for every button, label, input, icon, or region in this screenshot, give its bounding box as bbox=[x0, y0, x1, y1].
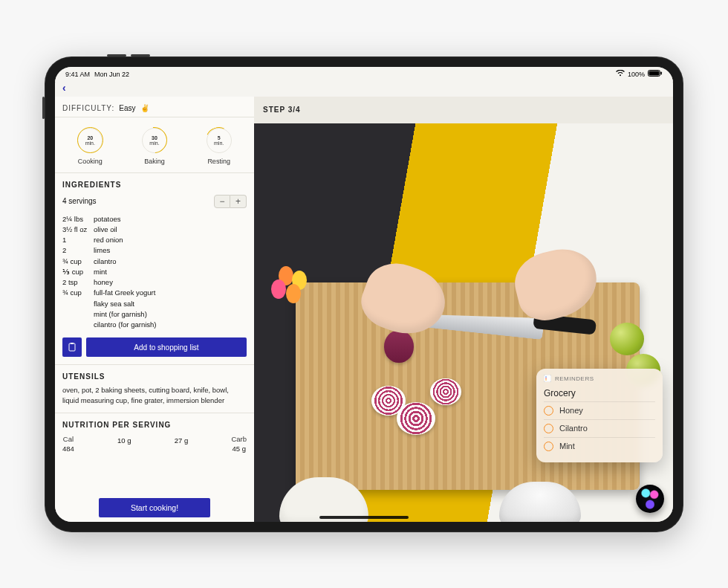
siri-orb[interactable] bbox=[636, 485, 664, 513]
svg-rect-2 bbox=[661, 72, 663, 75]
shopping-list-icon[interactable] bbox=[62, 337, 82, 357]
nav-bar: ‹ bbox=[55, 82, 673, 97]
svg-rect-4 bbox=[544, 375, 551, 382]
reminder-item[interactable]: Honey bbox=[544, 401, 655, 419]
lime bbox=[610, 323, 644, 355]
nutrition-header: Cal bbox=[62, 435, 74, 443]
ingredients-heading: INGREDIENTS bbox=[62, 181, 247, 189]
ingredient-qty bbox=[62, 320, 94, 330]
ingredient-name: mint bbox=[94, 267, 107, 277]
reminder-checkbox[interactable] bbox=[544, 442, 553, 451]
timers-row: 20min. Cooking 30min. Baking 5min. bbox=[55, 117, 254, 173]
step-photo: REMINDERS Grocery Honey Cilantro Mint bbox=[254, 123, 673, 522]
nutrition-section: NUTRITION PER SERVING Cal484 10 g 27 g C… bbox=[55, 413, 254, 478]
ingredient-row: flaky sea salt bbox=[62, 299, 247, 309]
onion-slice bbox=[397, 402, 435, 435]
utensils-text: oven, pot, 2 baking sheets, cutting boar… bbox=[62, 385, 247, 405]
ingredient-qty bbox=[62, 299, 94, 309]
step-panel: STEP 3/4 bbox=[254, 97, 673, 522]
ingredient-row: 3½ fl ozolive oil bbox=[62, 224, 247, 235]
start-cooking-button[interactable]: Start cooking! bbox=[99, 498, 210, 517]
ingredients-list: 2¼ lbspotatoes3½ fl ozolive oil1red onio… bbox=[62, 214, 247, 331]
difficulty-row: DIFFICULTY: Easy ✌️ bbox=[55, 97, 254, 117]
ingredient-name: potatoes bbox=[94, 214, 120, 224]
svg-point-7 bbox=[545, 379, 547, 381]
battery-icon bbox=[648, 70, 663, 78]
timer-label: Cooking bbox=[78, 158, 103, 165]
wifi-icon bbox=[616, 70, 625, 78]
nutrition-table: Cal484 10 g 27 g Carb45 g bbox=[62, 435, 247, 453]
recipe-panel: DIFFICULTY: Easy ✌️ 20min. Cooking 30min… bbox=[55, 97, 254, 522]
step-header: STEP 3/4 bbox=[254, 97, 673, 123]
nutrition-value: 484 bbox=[62, 445, 74, 453]
servings-decrease[interactable]: − bbox=[214, 195, 230, 208]
ingredient-qty: ¾ cup bbox=[62, 256, 94, 267]
peace-emoji-icon: ✌️ bbox=[140, 104, 149, 112]
ingredient-row: ⅓ cupmint bbox=[62, 267, 247, 277]
reminders-app-icon bbox=[544, 375, 551, 384]
reminder-text: Honey bbox=[559, 406, 583, 415]
status-date: Mon Jun 22 bbox=[94, 71, 129, 78]
timer-cooking: 20min. Cooking bbox=[77, 128, 103, 165]
ingredient-qty: 2¼ lbs bbox=[62, 214, 94, 224]
reminder-checkbox[interactable] bbox=[544, 406, 553, 416]
onion-half bbox=[384, 330, 414, 363]
add-to-shopping-list-button[interactable]: Add to shopping list bbox=[86, 337, 247, 357]
nutrition-value: 10 g bbox=[117, 436, 131, 445]
ingredient-name: limes bbox=[94, 245, 110, 256]
timer-baking: 30min. Baking bbox=[142, 128, 167, 165]
reminder-item[interactable]: Mint bbox=[544, 437, 655, 455]
volume-up-button[interactable] bbox=[107, 54, 126, 56]
reminder-text: Mint bbox=[559, 442, 575, 450]
timer-label: Baking bbox=[144, 158, 165, 165]
reminder-checkbox[interactable] bbox=[544, 424, 553, 433]
servings-stepper[interactable]: − + bbox=[214, 195, 247, 208]
timer-resting: 5min. Resting bbox=[207, 128, 232, 165]
back-button[interactable]: ‹ bbox=[62, 82, 66, 94]
reminder-item[interactable]: Cilantro bbox=[544, 419, 655, 437]
servings-increase[interactable]: + bbox=[230, 195, 247, 208]
ingredient-qty: ⅓ cup bbox=[62, 267, 94, 277]
servings-value: 4 servings bbox=[62, 197, 97, 205]
ingredient-name: red onion bbox=[94, 235, 123, 245]
ingredient-name: flaky sea salt bbox=[94, 299, 134, 309]
home-indicator[interactable] bbox=[319, 516, 409, 519]
ingredient-qty: 1 bbox=[62, 235, 94, 245]
ingredient-qty: 3½ fl oz bbox=[62, 224, 94, 235]
ingredient-name: olive oil bbox=[94, 224, 117, 235]
timer-ring: 5min. bbox=[207, 128, 232, 153]
ingredient-row: 2 tsphoney bbox=[62, 277, 247, 288]
reminders-app-label: REMINDERS bbox=[555, 375, 594, 382]
screen: 9:41 AM Mon Jun 22 100% ‹ DIFFICULTY: bbox=[55, 67, 673, 522]
volume-down-button[interactable] bbox=[131, 54, 150, 56]
ingredient-name: mint (for garnish) bbox=[94, 309, 147, 320]
timer-ring: 30min. bbox=[142, 128, 167, 153]
power-button[interactable] bbox=[42, 97, 45, 119]
ingredient-row: ¾ cupfull-fat Greek yogurt bbox=[62, 288, 247, 298]
svg-point-5 bbox=[545, 376, 547, 378]
status-time: 9:41 AM bbox=[65, 71, 90, 78]
ingredient-qty: ¾ cup bbox=[62, 288, 94, 298]
ingredients-section: INGREDIENTS 4 servings − + 2¼ lbspotatoe… bbox=[55, 173, 254, 365]
reminders-widget[interactable]: REMINDERS Grocery Honey Cilantro Mint bbox=[536, 369, 663, 462]
svg-point-6 bbox=[545, 378, 547, 379]
reminders-list-name: Grocery bbox=[544, 388, 655, 398]
ingredient-row: 2¼ lbspotatoes bbox=[62, 214, 247, 224]
ingredient-qty: 2 bbox=[62, 245, 94, 256]
nutrition-heading: NUTRITION PER SERVING bbox=[62, 421, 247, 429]
nutrition-header: Carb bbox=[231, 435, 247, 443]
ingredient-row: ¾ cupcilantro bbox=[62, 256, 247, 267]
svg-rect-3 bbox=[69, 343, 75, 351]
flower bbox=[271, 266, 316, 333]
ingredient-name: cilantro bbox=[94, 256, 117, 267]
onion-slice bbox=[430, 378, 461, 405]
utensils-heading: UTENSILS bbox=[62, 372, 247, 381]
ingredient-qty bbox=[62, 309, 94, 320]
nutrition-value: 45 g bbox=[231, 445, 247, 453]
utensils-section: UTENSILS oven, pot, 2 baking sheets, cut… bbox=[55, 364, 254, 413]
ingredient-name: honey bbox=[94, 277, 113, 288]
ingredient-row: mint (for garnish) bbox=[62, 309, 247, 320]
timer-label: Resting bbox=[207, 158, 230, 165]
ingredient-row: 1red onion bbox=[62, 235, 247, 245]
svg-rect-1 bbox=[649, 71, 660, 76]
